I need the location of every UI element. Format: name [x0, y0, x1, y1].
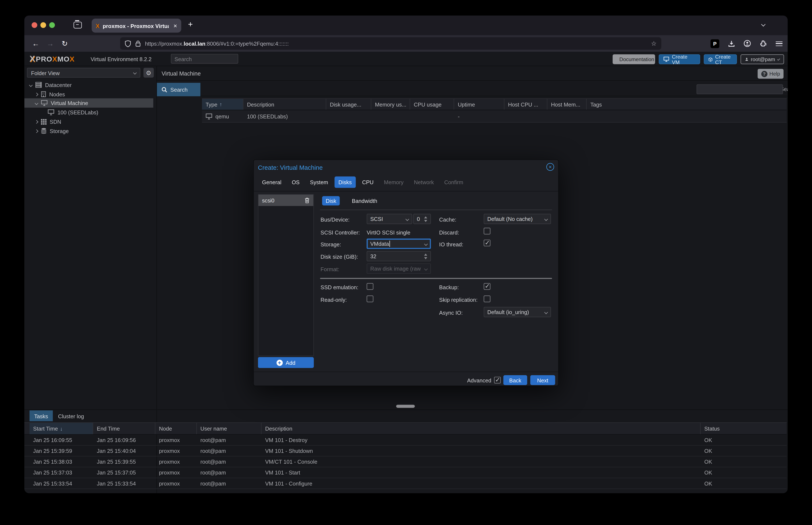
content-tabstrip: Search Search:	[157, 82, 787, 96]
bus-device-select[interactable]: SCSI	[367, 214, 412, 224]
column-header-tags[interactable]: Tags	[587, 99, 786, 110]
discard-checkbox[interactable]	[484, 228, 490, 235]
disk-size-stepper[interactable]: 32	[367, 251, 431, 261]
subtab-bandwidth[interactable]: Bandwidth	[348, 196, 381, 206]
lock-icon[interactable]	[135, 40, 141, 47]
column-header-host-cpu[interactable]: Host CPU ...	[504, 99, 547, 110]
storage-input[interactable]: VMdata	[367, 239, 431, 249]
column-header-end-time[interactable]: End Time	[93, 423, 156, 434]
disk-list-item-scsi0[interactable]: scsi0	[259, 195, 313, 206]
expander-down-icon[interactable]	[29, 83, 32, 87]
column-header-type[interactable]: Type↑	[202, 99, 243, 110]
expander-right-icon[interactable]	[34, 120, 38, 123]
column-header-cpu-usage[interactable]: CPU usage	[410, 99, 454, 110]
minimize-window-button[interactable]	[40, 22, 46, 28]
trash-icon[interactable]	[305, 197, 310, 203]
browser-tab[interactable]: X proxmox - Proxmox Virtual Envir ×	[92, 19, 181, 33]
tree-item-nodes[interactable]: Nodes	[35, 90, 65, 99]
tab-memory[interactable]: Memory	[380, 177, 408, 188]
tracking-shield-icon[interactable]	[125, 40, 131, 47]
next-button[interactable]: Next	[530, 375, 555, 385]
server-icon	[35, 82, 42, 88]
menu-icon[interactable]	[776, 41, 782, 46]
expander-right-icon[interactable]	[34, 129, 38, 133]
downloads-icon[interactable]	[728, 40, 735, 47]
tree-item-vm-100[interactable]: 100 (SEEDLabs)	[47, 108, 98, 117]
task-row[interactable]: Jan 25 15:39:59 Jan 25 15:40:04 proxmox …	[25, 446, 787, 456]
tab-disks[interactable]: Disks	[334, 177, 356, 188]
advanced-checkbox[interactable]	[494, 377, 501, 384]
global-search-input[interactable]	[171, 54, 238, 64]
expander-right-icon[interactable]	[34, 92, 38, 96]
extension-p-icon[interactable]: P	[710, 39, 719, 48]
column-header-status[interactable]: Status	[701, 423, 787, 434]
tree-item-storage[interactable]: Storage	[35, 126, 69, 136]
tab-general[interactable]: General	[258, 177, 285, 188]
expander-down-icon[interactable]	[34, 101, 38, 105]
filter-search-input[interactable]	[696, 85, 783, 94]
task-row[interactable]: Jan 25 16:09:55 Jan 25 16:09:56 proxmox …	[25, 435, 787, 446]
readonly-checkbox[interactable]	[367, 296, 373, 302]
column-header-node[interactable]: Node	[156, 423, 197, 434]
documentation-button[interactable]: Documentation	[612, 54, 655, 64]
account-icon[interactable]	[744, 40, 751, 47]
tree-item-sdn[interactable]: SDN	[35, 117, 61, 126]
vm-table-row[interactable]: qemu 100 (SEEDLabs) -	[202, 110, 786, 123]
task-row[interactable]: Jan 25 15:37:03 Jan 25 15:37:05 proxmox …	[25, 467, 787, 478]
user-icon	[745, 57, 748, 62]
column-header-description[interactable]: Description	[243, 99, 326, 110]
tab-cpu[interactable]: CPU	[358, 177, 378, 188]
add-disk-button[interactable]: + Add	[258, 357, 314, 368]
extensions-puzzle-icon[interactable]	[760, 40, 767, 47]
tab-os[interactable]: OS	[287, 177, 304, 188]
tab-tasks[interactable]: Tasks	[30, 410, 53, 421]
reload-button[interactable]: ↻	[58, 39, 72, 47]
tab-close-icon[interactable]: ×	[174, 22, 177, 29]
tab-system[interactable]: System	[306, 177, 332, 188]
skip-replication-checkbox[interactable]	[484, 296, 490, 302]
user-menu-button[interactable]: root@pam	[740, 54, 784, 64]
tree-settings-button[interactable]: ⚙	[144, 68, 154, 77]
column-header-uptime[interactable]: Uptime	[454, 99, 504, 110]
cache-select[interactable]: Default (No cache)	[484, 214, 551, 224]
view-selector[interactable]: Folder View	[27, 68, 141, 77]
create-vm-button[interactable]: Create VM	[659, 54, 700, 64]
task-row[interactable]: Jan 25 15:38:03 Jan 25 15:39:55 proxmox …	[25, 456, 787, 467]
new-tab-button[interactable]: +	[188, 20, 193, 29]
column-header-host-mem[interactable]: Host Mem...	[547, 99, 587, 110]
sidebar-toggle-icon[interactable]	[73, 21, 82, 28]
column-header-user-name[interactable]: User name	[197, 423, 262, 434]
tree-item-datacenter[interactable]: Datacenter	[30, 80, 72, 90]
backup-checkbox[interactable]	[484, 283, 490, 290]
tab-confirm[interactable]: Confirm	[440, 177, 468, 188]
ssd-emulation-checkbox[interactable]	[367, 283, 373, 290]
column-header-disk-usage[interactable]: Disk usage...	[326, 99, 371, 110]
back-button[interactable]: Back	[503, 375, 527, 385]
maximize-window-button[interactable]	[49, 22, 55, 28]
dialog-close-icon[interactable]: ×	[546, 163, 554, 171]
row-type: qemu	[216, 113, 229, 119]
bookmark-star-icon[interactable]: ☆	[651, 40, 656, 47]
subtab-disk[interactable]: Disk	[322, 196, 340, 206]
column-header-description[interactable]: Description	[262, 423, 701, 434]
disk-size-label: Disk size (GiB):	[321, 254, 358, 260]
tab-list-chevron-icon[interactable]	[761, 22, 766, 27]
tab-network[interactable]: Network	[410, 177, 438, 188]
async-io-select[interactable]: Default (io_uring)	[484, 307, 551, 317]
help-button[interactable]: ? Help	[758, 69, 784, 78]
tab-search[interactable]: Search	[157, 83, 201, 96]
monitor-icon	[206, 113, 212, 119]
tab-cluster-log[interactable]: Cluster log	[53, 410, 89, 421]
bus-number-stepper[interactable]: 0	[413, 214, 431, 224]
column-header-memory-usage[interactable]: Memory us...	[371, 99, 410, 110]
back-button[interactable]: ←	[28, 39, 43, 47]
task-row[interactable]: Jan 25 15:33:54 Jan 25 15:33:54 proxmox …	[25, 478, 787, 489]
create-ct-button[interactable]: Create CT	[704, 54, 737, 64]
tree-item-virtual-machine[interactable]: Virtual Machine	[25, 98, 153, 108]
close-window-button[interactable]	[32, 22, 38, 28]
url-bar[interactable]: https://proxmox.local.lan:8006/#v1:0:=ty…	[120, 38, 662, 50]
panel-resize-handle[interactable]	[396, 405, 415, 408]
forward-button[interactable]: →	[43, 39, 57, 47]
column-header-start-time[interactable]: Start Time↓	[30, 423, 93, 434]
io-thread-checkbox[interactable]	[484, 240, 490, 246]
